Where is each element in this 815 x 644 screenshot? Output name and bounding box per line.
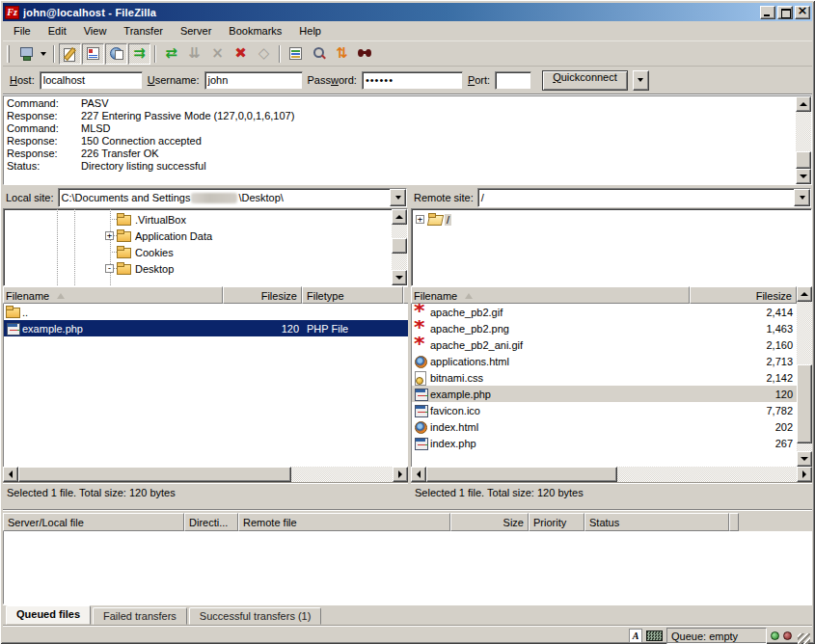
scroll-left-button[interactable] (3, 467, 18, 482)
scroll-down-button[interactable] (797, 451, 812, 467)
quickconnect-dropdown[interactable] (633, 70, 649, 91)
file-row[interactable]: apache_pb2_ani.gif 2,160 (412, 336, 797, 353)
menu-item[interactable]: File (5, 23, 40, 39)
log-scrollbar[interactable] (796, 96, 811, 184)
tree-expander[interactable]: + (416, 215, 424, 224)
combo-dropdown-button[interactable] (390, 189, 406, 206)
local-horizontal-scrollbar[interactable] (3, 467, 408, 482)
column-header-server-local-file[interactable]: Server/Local file (3, 513, 184, 531)
close-button[interactable] (795, 6, 810, 19)
scroll-track[interactable] (392, 225, 407, 270)
queue-list[interactable] (3, 531, 812, 604)
remote-site-combobox[interactable]: / (477, 188, 811, 207)
file-row[interactable]: bitnami.css 2,142 (412, 369, 797, 386)
reconnect-button[interactable]: ◇ (253, 43, 275, 65)
remote-list-scrollbar[interactable] (797, 286, 812, 467)
scroll-thumb[interactable] (797, 364, 812, 443)
combo-dropdown-button[interactable] (794, 189, 810, 206)
file-row[interactable]: apache_pb2.gif 2,414 (412, 304, 797, 320)
scroll-track[interactable] (291, 467, 393, 482)
scroll-thumb[interactable] (392, 238, 407, 254)
column-header-size[interactable]: Size (450, 513, 529, 531)
scroll-up-button[interactable] (797, 286, 812, 302)
scroll-left-button[interactable] (411, 467, 426, 482)
disconnect-button[interactable]: ✖ (230, 43, 252, 65)
menu-item[interactable]: Bookmarks (220, 23, 290, 39)
scroll-up-button[interactable] (796, 96, 811, 112)
file-row[interactable]: example.php 120 PHP File 1 (4, 320, 408, 336)
tree-expander[interactable]: + (105, 231, 114, 240)
scroll-down-button[interactable] (392, 270, 407, 285)
toggle-queue-button[interactable]: ⇉ (128, 43, 150, 65)
tree-item[interactable]: + Application Data (4, 228, 392, 244)
file-row[interactable]: favicon.ico 7,782 (412, 402, 797, 418)
file-row[interactable]: index.php 267 (412, 435, 797, 451)
file-search-button[interactable] (354, 43, 376, 65)
port-input[interactable] (495, 71, 531, 90)
remote-horizontal-scrollbar[interactable] (411, 467, 812, 482)
password-input[interactable]: •••••• (362, 71, 463, 90)
toggle-remote-tree-button[interactable] (105, 43, 127, 65)
resize-grip[interactable] (798, 633, 810, 644)
scroll-down-button[interactable] (796, 169, 811, 184)
directory-comparison-button[interactable] (285, 43, 307, 65)
file-row[interactable]: .. (4, 304, 408, 320)
column-header-filetype[interactable]: Filetype (302, 286, 403, 304)
scroll-thumb[interactable] (796, 151, 811, 169)
file-row[interactable]: index.html 202 (412, 418, 797, 435)
column-header-filesize[interactable]: Filesize (223, 286, 302, 304)
column-header-filesize[interactable]: Filesize (690, 286, 797, 304)
minimize-button[interactable] (760, 6, 775, 19)
column-header-filename[interactable]: Filename (411, 286, 690, 304)
site-manager-dropdown[interactable] (37, 43, 49, 65)
tree-item[interactable]: .VirtualBox (4, 211, 392, 228)
refresh-button[interactable]: ⇄ (160, 43, 182, 65)
scroll-right-button[interactable] (393, 467, 408, 482)
title-bar[interactable]: Fz john@localhost - FileZilla (3, 3, 812, 21)
local-site-label: Local site: (4, 192, 54, 203)
column-header-priority[interactable]: Priority (529, 513, 584, 531)
menu-item[interactable]: Edit (40, 23, 75, 39)
scroll-track[interactable] (796, 112, 811, 169)
process-queue-button[interactable]: ⇊ (183, 43, 205, 65)
menu-item[interactable]: Transfer (115, 23, 172, 39)
column-header-remote-file[interactable]: Remote file (238, 513, 450, 531)
column-header-direction[interactable]: Directi... (184, 513, 238, 531)
column-header-status[interactable]: Status (584, 513, 729, 531)
scroll-right-button[interactable] (797, 467, 812, 482)
scroll-thumb[interactable] (426, 467, 617, 482)
queue-tab[interactable]: Queued files (6, 605, 91, 625)
local-site-combobox[interactable]: C:\Documents and Settings\Desktop\ (58, 188, 407, 207)
tree-item[interactable]: + / (412, 211, 811, 228)
column-header-lastmodified[interactable]: L (403, 286, 408, 304)
host-input[interactable]: localhost (40, 71, 143, 90)
local-tree-scrollbar[interactable] (392, 209, 407, 285)
file-row[interactable]: applications.html 2,713 (412, 353, 797, 369)
menu-item[interactable]: Server (172, 23, 220, 39)
sync-browsing-button[interactable]: ⇅ (331, 43, 353, 65)
username-input[interactable]: john (204, 71, 303, 90)
file-row[interactable]: example.php 120 (412, 386, 797, 402)
quickconnect-button[interactable]: Quickconnect (542, 70, 628, 91)
queue-tab[interactable]: Failed transfers (93, 607, 187, 625)
scroll-thumb[interactable] (18, 467, 291, 482)
menu-item[interactable]: Help (290, 23, 330, 39)
scroll-up-button[interactable] (392, 209, 407, 225)
queue-tab[interactable]: Successful transfers (1) (189, 607, 322, 625)
tree-item[interactable]: Cookies (4, 244, 392, 260)
tree-expander[interactable]: - (105, 264, 114, 273)
toggle-local-tree-button[interactable] (82, 43, 104, 65)
cancel-operation-button[interactable]: × (206, 43, 229, 65)
column-header-filename[interactable]: Filename (3, 286, 223, 304)
site-manager-button[interactable] (14, 43, 36, 65)
file-type-icon (6, 306, 20, 318)
scroll-track[interactable] (617, 467, 797, 482)
toggle-log-button[interactable] (59, 43, 81, 65)
arrow-up-icon (800, 98, 807, 106)
file-row[interactable]: apache_pb2.png 1,463 (412, 320, 797, 336)
menu-item[interactable]: View (75, 23, 116, 39)
scroll-track[interactable] (797, 302, 812, 451)
tree-item[interactable]: - Desktop (4, 260, 392, 277)
filter-button[interactable] (308, 43, 330, 65)
maximize-button[interactable] (777, 6, 793, 19)
